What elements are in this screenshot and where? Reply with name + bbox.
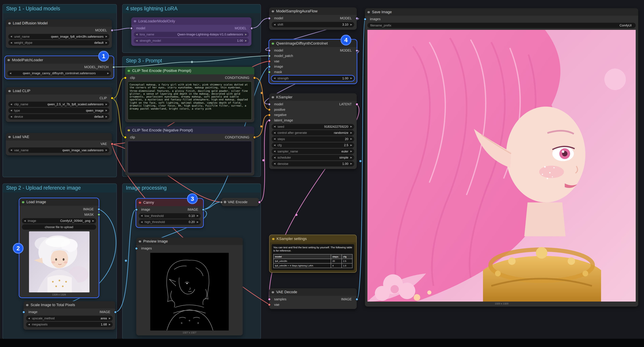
next-arrow-icon[interactable] xyxy=(106,40,107,46)
model-input-port[interactable] xyxy=(268,103,271,106)
prev-arrow-icon[interactable] xyxy=(10,108,12,113)
widget-image-filename[interactable]: image ComfyUI_00944_.png xyxy=(22,218,96,223)
node-title-bar[interactable]: Load Diffusion Model xyxy=(6,19,112,27)
next-arrow-icon[interactable] xyxy=(350,142,352,148)
next-arrow-icon[interactable] xyxy=(109,316,111,321)
next-arrow-icon[interactable] xyxy=(106,114,107,119)
widget-sampler-name[interactable]: sampler_name euler xyxy=(272,149,354,154)
prev-arrow-icon[interactable] xyxy=(274,22,276,27)
node-title-bar[interactable]: CLIP Text Encode (Negative Prompt) xyxy=(125,126,254,134)
negative-input-port[interactable] xyxy=(268,114,271,117)
group-step1-title[interactable]: Step 1 - Upload models xyxy=(3,5,116,13)
widget-unet-name[interactable]: unet_name qwen_image_fp8_e4m3fn.safetens… xyxy=(8,34,110,39)
image-input-port[interactable] xyxy=(268,65,271,68)
node-title-bar[interactable]: Save Image xyxy=(365,8,638,16)
group-step2-title[interactable]: Step 2 - Upload reference image xyxy=(3,184,116,192)
widget-seed[interactable]: seed 91832422759220 xyxy=(272,124,354,129)
widget-low-threshold[interactable]: low_threshold 0.10 xyxy=(139,213,200,219)
next-arrow-icon[interactable] xyxy=(245,32,247,37)
widget-clip-name[interactable]: clip_name qwen_2.5_vl_7b_fp8_scaled.safe… xyxy=(8,102,110,107)
next-arrow-icon[interactable] xyxy=(197,213,198,219)
next-arrow-icon[interactable] xyxy=(350,76,352,81)
group-imgproc-title[interactable]: Image processing xyxy=(122,184,260,192)
vae-input-port[interactable] xyxy=(268,60,271,63)
node-model-patch-loader[interactable]: ModelPatchLoader MODEL_PATCH qwen_image_… xyxy=(5,56,114,79)
next-arrow-icon[interactable] xyxy=(350,161,352,167)
widget-strength[interactable]: strength 1.00 xyxy=(272,76,354,81)
prev-arrow-icon[interactable] xyxy=(136,32,138,37)
model-input-port[interactable] xyxy=(268,17,271,20)
node-title-bar[interactable]: Load Image xyxy=(19,198,99,206)
prev-arrow-icon[interactable] xyxy=(10,71,11,76)
latent-output-port[interactable] xyxy=(258,201,261,203)
widget-lora-name[interactable]: lora_name Qwen-Image-Lightning-4steps-V1… xyxy=(134,32,249,37)
prev-arrow-icon[interactable] xyxy=(136,38,138,44)
image-output-port[interactable] xyxy=(202,208,204,211)
prev-arrow-icon[interactable] xyxy=(274,136,276,142)
widget-patch-name[interactable]: qwen_image_canny_diffsynth_controlnet.sa… xyxy=(8,71,111,76)
next-arrow-icon[interactable] xyxy=(197,219,198,225)
next-arrow-icon[interactable] xyxy=(245,38,247,44)
widget-filename-prefix[interactable]: filename_prefix ComfyUI xyxy=(368,23,636,28)
model-output-port[interactable] xyxy=(355,49,358,52)
latent-output-port[interactable] xyxy=(355,103,358,106)
model-input-port[interactable] xyxy=(268,49,271,52)
node-scale-image[interactable]: Scale Image to Total Pixels image IMAGE … xyxy=(24,301,115,330)
node-load-vae[interactable]: Load VAE VAE vae_name qwen_image_vae.saf… xyxy=(6,133,112,155)
node-title-bar[interactable]: VAE Decode xyxy=(269,288,356,296)
node-title-bar[interactable]: ModelPatchLoader xyxy=(5,56,114,64)
prev-arrow-icon[interactable] xyxy=(10,40,12,46)
next-arrow-icon[interactable] xyxy=(106,102,107,107)
node-preview-image[interactable]: Preview Image images xyxy=(136,238,243,335)
node-lora-loader[interactable]: LoraLoaderModelOnly model MODEL lora_nam… xyxy=(131,17,252,46)
prev-arrow-icon[interactable] xyxy=(28,322,30,327)
widget-strength-model[interactable]: strength_model 1.00 xyxy=(134,38,249,44)
prev-arrow-icon[interactable] xyxy=(274,149,276,154)
conditioning-output-port[interactable] xyxy=(253,77,256,79)
mask-input-port[interactable] xyxy=(268,71,271,74)
node-title-bar[interactable]: Preview Image xyxy=(136,238,243,245)
model-output-port[interactable] xyxy=(110,29,114,32)
node-title-bar[interactable]: Load CLIP xyxy=(6,87,112,95)
node-load-clip[interactable]: Load CLIP CLIP clip_name qwen_2.5_vl_7b_… xyxy=(6,87,112,122)
next-arrow-icon[interactable] xyxy=(350,149,352,154)
vae-output-port[interactable] xyxy=(110,142,114,145)
node-title-bar[interactable]: ModelSamplingAuraFlow xyxy=(269,8,356,15)
next-arrow-icon[interactable] xyxy=(107,71,109,76)
model-patch-output-port[interactable] xyxy=(112,66,115,69)
positive-prompt-textarea[interactable]: Conceptual makeup, a fairy girl with pin… xyxy=(128,81,252,120)
next-arrow-icon[interactable] xyxy=(109,322,111,327)
node-qwen-controlnet[interactable]: QwenImageDiffsynthControlnet model MODEL… xyxy=(269,40,356,84)
prev-arrow-icon[interactable] xyxy=(10,148,12,153)
prev-arrow-icon[interactable] xyxy=(141,219,142,225)
widget-shift[interactable]: shift 3.10 xyxy=(272,22,354,27)
widget-control-after-generate[interactable]: control after generate randomize xyxy=(272,130,354,136)
negative-prompt-textarea[interactable] xyxy=(128,141,252,173)
group-step3-title[interactable]: Step 3 - Prompt xyxy=(122,57,260,65)
prev-arrow-icon[interactable] xyxy=(274,76,276,81)
positive-input-port[interactable] xyxy=(268,108,271,111)
next-arrow-icon[interactable] xyxy=(350,124,352,129)
prev-arrow-icon[interactable] xyxy=(274,155,276,160)
prev-arrow-icon[interactable] xyxy=(28,316,30,321)
prev-arrow-icon[interactable] xyxy=(274,142,276,148)
widget-scheduler[interactable]: scheduler simple xyxy=(272,155,354,160)
node-vae-decode[interactable]: VAE Decode samples IMAGE vae xyxy=(269,288,356,309)
next-arrow-icon[interactable] xyxy=(350,155,352,160)
model-output-port[interactable] xyxy=(250,27,253,30)
node-title-bar[interactable]: KSampler xyxy=(269,94,356,101)
prev-arrow-icon[interactable] xyxy=(10,114,12,119)
node-ksampler[interactable]: KSampler model LATENT positive negative … xyxy=(269,94,356,169)
clip-output-port[interactable] xyxy=(110,97,114,100)
choose-file-button[interactable]: choose file to upload xyxy=(22,224,96,230)
node-title-bar[interactable]: KSampler settings xyxy=(270,235,356,242)
latent-image-input-port[interactable] xyxy=(268,119,271,122)
prev-arrow-icon[interactable] xyxy=(24,218,26,223)
next-arrow-icon[interactable] xyxy=(106,108,107,113)
node-title-bar[interactable]: LoraLoaderModelOnly xyxy=(131,17,252,25)
node-load-diffusion-model[interactable]: Load Diffusion Model MODEL unet_name qwe… xyxy=(6,19,112,48)
widget-weight-dtype[interactable]: weight_dtype default xyxy=(8,40,110,46)
node-title-bar[interactable]: Scale Image to Total Pixels xyxy=(24,301,115,309)
node-title-bar[interactable]: Load VAE xyxy=(6,133,112,140)
samples-input-port[interactable] xyxy=(268,298,271,301)
